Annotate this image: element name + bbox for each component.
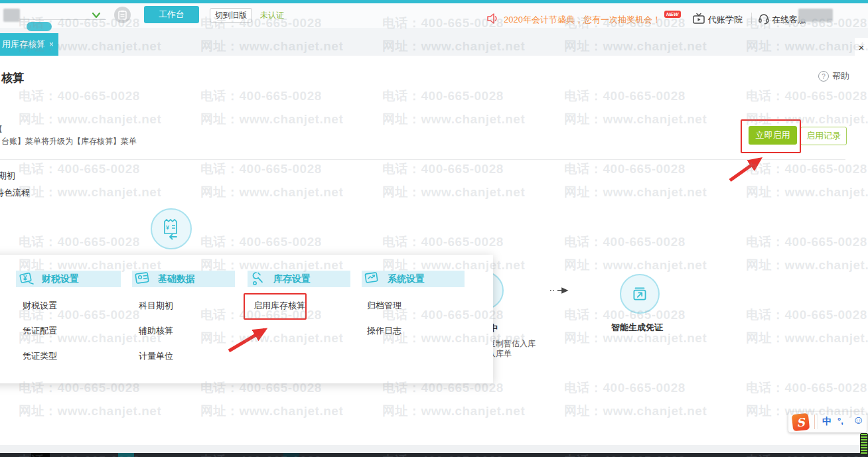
enable-record-label: 启用记录 (806, 130, 841, 142)
voucher-box-arrow-icon (630, 284, 650, 304)
initial-section-label: 期初 (0, 170, 15, 182)
fiscal-settings-icon: ¥ (17, 269, 36, 288)
smart-voucher-circle (620, 274, 660, 314)
svg-text:¥: ¥ (23, 275, 27, 282)
bottom-margin-strip (0, 445, 868, 453)
feature-flow-label: 特色流程 (0, 187, 30, 199)
redacted-account-avatar (3, 9, 20, 22)
enable-now-label: 立即启用 (756, 129, 790, 141)
menu-header-label: 财税设置 (42, 273, 79, 285)
switch-old-version-button[interactable]: 切到旧版 (210, 8, 252, 23)
not-certified-badge[interactable]: 未认证 (260, 10, 284, 21)
menu-item-measure-unit[interactable]: 计量单位 (139, 350, 173, 362)
clipped-text-fragment: 【 (0, 124, 3, 135)
menu-item-voucher-type[interactable]: 凭证类型 (23, 350, 57, 362)
menu-item-archive-management[interactable]: 归档管理 (367, 300, 401, 312)
switch-old-label: 切到旧版 (215, 10, 247, 21)
sogou-logo[interactable]: S (792, 413, 810, 431)
menu-header-fiscal: ¥ 财税设置 (16, 271, 121, 287)
page-title: 核算 (1, 70, 24, 86)
workbench-button[interactable]: 工作台 (144, 6, 199, 23)
menu-item-account-initial[interactable]: 科目期初 (139, 300, 173, 312)
taskbar-block (118, 453, 134, 457)
topbar-divider (751, 13, 752, 24)
menu-header-label: 库存设置 (273, 273, 311, 285)
tab-inventory-accounting[interactable]: 用库存核算 × (0, 33, 58, 56)
red-arrow-enable-now (730, 159, 760, 180)
enable-now-button[interactable]: 立即启用 (749, 126, 797, 145)
top-accent-strip (0, 0, 868, 3)
menu-header-label: 基础数据 (158, 273, 195, 285)
new-badge: NEW (664, 11, 681, 18)
ime-emoji-button[interactable]: ☺ (853, 414, 864, 427)
menu-header-system: 系统设置 (362, 271, 465, 287)
smart-voucher-label: 智能生成凭证 (611, 322, 663, 334)
section-divider (0, 159, 845, 160)
receipt-yen-icon: ¥ (161, 217, 182, 241)
svg-text:¥: ¥ (166, 224, 169, 231)
speaker-icon (486, 12, 499, 25)
logo-cloud (27, 22, 52, 31)
tab-bar (0, 28, 868, 56)
redacted-info (798, 9, 833, 22)
workbench-label: 工作台 (159, 9, 184, 21)
menu-item-fiscal-settings[interactable]: 财税设置 (23, 300, 57, 312)
tv-icon (692, 13, 705, 25)
ime-mode-toggle[interactable]: 中 (822, 416, 832, 428)
indicator-bar (860, 433, 868, 455)
ime-toolbar: S 中 °, ☺ (788, 412, 867, 432)
taskbar-block (31, 453, 50, 457)
voucher-receipt-circle: ¥ (151, 208, 192, 249)
menu-header-basic-data: 基础数据 (132, 271, 235, 287)
tab-label: 用库存核算 (2, 38, 45, 50)
inventory-settings-icon (249, 269, 267, 288)
upgrade-note: 台账】菜单将升级为【库存核算】菜单 (1, 136, 137, 147)
help-label: 帮助 (832, 70, 849, 82)
menu-item-operation-log[interactable]: 操作日志 (367, 325, 401, 337)
tabbar-close-button[interactable]: × (855, 38, 868, 56)
app-window: 工作台 切到旧版 未认证 2020年会计节盛典，您有一次抽奖机会！ NEW 代账… (0, 0, 868, 457)
menu-item-voucher-config[interactable]: 凭证配置 (23, 325, 57, 337)
announcement-link[interactable]: 2020年会计节盛典，您有一次抽奖机会！ (504, 14, 661, 26)
taskbar-block (283, 453, 299, 457)
basic-data-icon (133, 269, 152, 288)
ime-divider (814, 415, 815, 429)
enable-record-button[interactable]: 启用记录 (800, 127, 847, 145)
ime-punctuation-toggle[interactable]: °, (837, 416, 843, 426)
tabbar-close-icon: × (859, 42, 865, 53)
system-settings-icon (363, 269, 382, 288)
clipboard-icon[interactable] (114, 7, 131, 23)
annotation-arrows (0, 0, 868, 457)
menu-header-inventory: 库存设置 (248, 271, 350, 287)
watermark-layer: 电话：400-665-0028电话：400-665-0028电话：400-665… (0, 0, 868, 457)
menu-item-enable-inventory[interactable]: 启用库存核算 (253, 300, 305, 312)
chevron-down-icon[interactable] (90, 11, 102, 20)
academy-link[interactable]: 代账学院 (708, 14, 743, 26)
help-icon: ? (818, 71, 829, 82)
headset-icon (758, 13, 770, 25)
tab-close-icon[interactable]: × (49, 40, 54, 49)
ime-divider (817, 415, 818, 429)
help-link[interactable]: ? 帮助 (818, 70, 849, 82)
menu-header-label: 系统设置 (388, 273, 425, 285)
menu-item-auxiliary-accounting[interactable]: 辅助核算 (139, 325, 173, 337)
